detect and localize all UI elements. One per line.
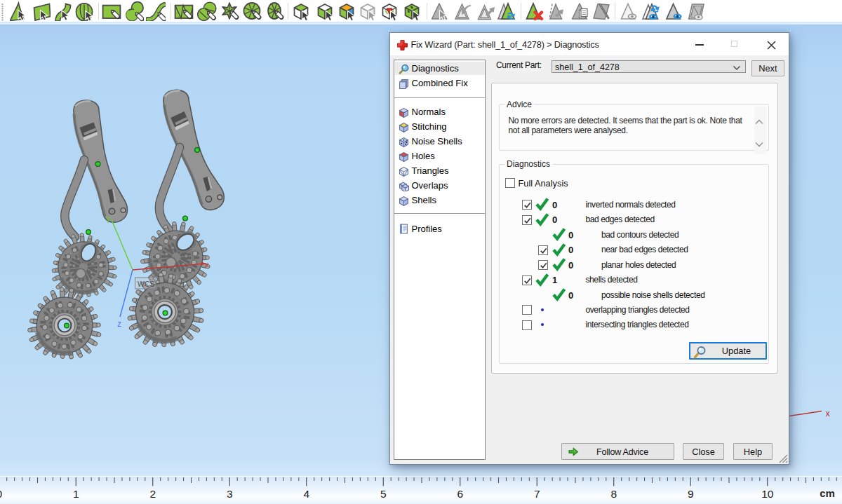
svg-text:x: x bbox=[205, 260, 209, 268]
svg-text:0: 0 bbox=[0, 488, 2, 500]
svg-text:1: 1 bbox=[73, 488, 79, 500]
svg-text:cm: cm bbox=[820, 487, 835, 499]
svg-text:2: 2 bbox=[149, 488, 156, 500]
svg-text:8: 8 bbox=[610, 488, 617, 500]
svg-text:4: 4 bbox=[303, 488, 309, 500]
svg-text:WCS: WCS bbox=[138, 280, 155, 288]
svg-text:7: 7 bbox=[534, 488, 540, 500]
svg-text:3: 3 bbox=[227, 488, 233, 500]
svg-text:5: 5 bbox=[380, 488, 387, 500]
svg-text:Y: Y bbox=[105, 215, 111, 225]
svg-text:9: 9 bbox=[688, 488, 694, 500]
svg-text:6: 6 bbox=[457, 488, 463, 500]
svg-text:z: z bbox=[117, 319, 121, 329]
svg-text:x: x bbox=[826, 409, 831, 418]
svg-text:10: 10 bbox=[761, 488, 774, 500]
